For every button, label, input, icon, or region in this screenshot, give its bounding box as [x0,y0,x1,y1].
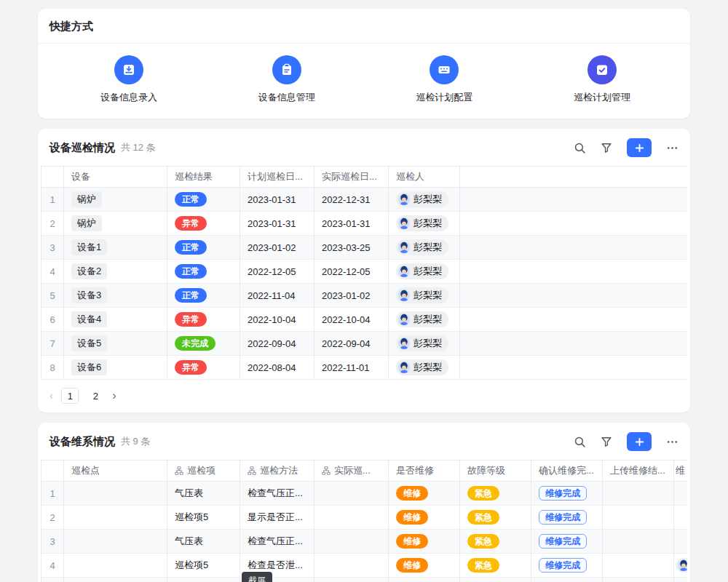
result-badge[interactable]: 异常 [175,216,207,231]
device-tag[interactable]: 设备4 [71,311,107,327]
column-header-actual-date[interactable]: 实际巡检日... [314,167,389,187]
repairer-cell[interactable] [674,554,687,577]
planned-date-cell[interactable]: 2023-01-02 [240,236,314,259]
inspector-cell[interactable]: 彭梨梨 [389,356,460,379]
confirm-cell[interactable]: 维修完成 [531,530,603,553]
table-row[interactable]: 3 气压表 检查气压正... 维修 紧急 维修完成 [41,530,687,554]
level-cell[interactable]: 紧急 [460,482,531,505]
device-tag[interactable]: 设备5 [71,335,107,351]
actual-cell[interactable] [314,506,389,529]
table-row[interactable]: 1 气压表 检查气压正... 维修 紧急 维修完成 [41,482,687,506]
confirm-cell[interactable]: 维修完成 [531,482,603,505]
level-badge[interactable]: 紧急 [467,486,499,501]
repair-badge[interactable]: 维修 [396,534,428,549]
point-cell[interactable] [64,482,167,505]
add-record-button[interactable] [627,432,652,451]
inspector-chip[interactable]: 彭梨梨 [396,263,448,279]
shortcut-plan-config[interactable]: 巡检计划配置 [404,55,484,104]
device-cell[interactable]: 设备6 [64,356,167,379]
next-page-button[interactable]: › [112,390,116,402]
column-header-confirm[interactable]: 确认维修完... [531,461,603,481]
column-header-device[interactable]: 设备 [64,167,167,187]
planned-date-cell[interactable]: 2023-01-31 [240,212,314,235]
result-badge[interactable]: 正常 [175,192,207,207]
repair-badge[interactable]: 维修 [396,510,428,525]
table-row[interactable]: 6 设备4 异常 2022-10-04 2022-10-04 [41,308,687,332]
device-cell[interactable]: 设备3 [64,284,167,307]
result-cell[interactable]: 异常 [167,212,240,235]
inspector-chip[interactable]: 彭梨梨 [396,311,448,327]
repair-badge[interactable]: 维修 [396,486,428,501]
inspector-cell[interactable]: 彭梨梨 [389,188,460,211]
level-cell[interactable]: 紧急 [460,578,531,582]
confirm-cell[interactable]: 维修完成 [531,506,603,529]
column-header-planned-date[interactable]: 计划巡检日... [240,167,314,187]
item-cell[interactable]: 气压表 [167,482,240,505]
actual-date-cell[interactable]: 2022-09-04 [314,332,389,355]
inspector-chip[interactable]: 彭梨梨 [396,191,448,207]
result-cell[interactable]: 正常 [167,236,240,259]
device-tag[interactable]: 设备3 [71,287,107,303]
inspector-chip[interactable]: 彭梨梨 [396,287,448,303]
result-badge[interactable]: 正常 [175,288,207,303]
table-row[interactable]: 8 设备6 异常 2022-08-04 2022-11-01 [41,356,687,380]
actual-cell[interactable] [314,554,389,577]
level-cell[interactable]: 紧急 [460,554,531,577]
inspector-cell[interactable]: 彭梨梨 [389,260,460,283]
repair-cell[interactable]: 维修 [389,506,460,529]
planned-date-cell[interactable]: 2022-08-04 [240,356,314,379]
result-badge[interactable]: 正常 [175,264,207,279]
repair-badge[interactable]: 维修 [396,558,428,573]
filter-button[interactable] [601,142,612,154]
item-cell[interactable]: 巡检项5 [167,578,240,582]
confirm-repair-button[interactable]: 维修完成 [539,534,587,549]
add-record-button[interactable] [627,138,652,157]
upload-cell[interactable] [603,554,674,577]
inspector-chip[interactable]: 彭梨梨 [396,239,448,255]
actual-date-cell[interactable]: 2023-01-31 [314,212,389,235]
repair-cell[interactable]: 维修 [389,554,460,577]
column-header-method[interactable]: 巡检方法 [240,461,314,481]
device-cell[interactable]: 设备4 [64,308,167,331]
search-button[interactable] [574,436,586,448]
shortcut-device-info-entry[interactable]: 设备信息录入 [89,55,169,104]
confirm-repair-button[interactable]: 维修完成 [539,486,587,501]
inspector-chip[interactable]: 彭梨梨 [396,359,448,375]
repairer-cell[interactable] [674,482,687,505]
upload-cell[interactable] [603,506,674,529]
column-header-level[interactable]: 故障等级 [460,461,531,481]
actual-date-cell[interactable]: 2022-10-04 [314,308,389,331]
planned-date-cell[interactable]: 2023-01-31 [240,188,314,211]
column-header-item[interactable]: 巡检项 [167,461,240,481]
more-button[interactable] [666,436,678,448]
confirm-repair-button[interactable]: 维修完成 [539,558,587,573]
page-2-button[interactable]: 2 [87,388,104,404]
column-header-result[interactable]: 巡检结果 [167,167,240,187]
inspector-cell[interactable]: 彭梨梨 [389,332,460,355]
upload-cell[interactable] [603,482,674,505]
table-row[interactable]: 7 设备5 未完成 2022-09-04 2022-09-04 [41,332,687,356]
result-badge[interactable]: 正常 [175,240,207,255]
planned-date-cell[interactable]: 2022-12-05 [240,260,314,283]
actual-cell[interactable] [314,578,389,582]
point-cell[interactable] [64,578,167,582]
method-cell[interactable]: 检查气压正... [240,482,314,505]
planned-date-cell[interactable]: 2022-10-04 [240,308,314,331]
method-cell[interactable]: 显示是否正... [240,506,314,529]
level-badge[interactable]: 紧急 [467,534,499,549]
prev-page-button[interactable]: ‹ [50,390,53,402]
device-tag[interactable]: 设备2 [71,263,107,279]
search-button[interactable] [574,142,586,154]
point-cell[interactable] [64,530,167,553]
inspector-chip[interactable]: 彭梨梨 [396,215,448,231]
device-tag[interactable]: 设备1 [71,239,107,255]
result-cell[interactable]: 异常 [167,308,240,331]
device-tag[interactable]: 锅炉 [71,215,102,231]
device-cell[interactable]: 锅炉 [64,212,167,235]
column-header-point[interactable]: 巡检点 [64,461,167,481]
inspector-cell[interactable]: 彭梨梨 [389,212,460,235]
actual-cell[interactable] [314,482,389,505]
repairer-cell[interactable] [674,578,687,582]
inspector-cell[interactable]: 彭梨梨 [389,308,460,331]
inspector-chip[interactable]: 彭梨梨 [396,335,448,351]
